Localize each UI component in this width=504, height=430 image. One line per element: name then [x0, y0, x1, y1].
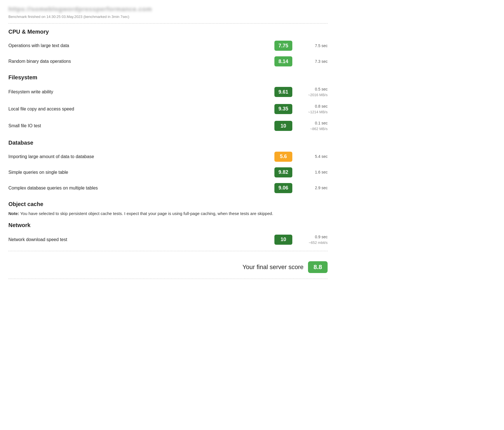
benchmark-label-filesystem-2: Small file IO test — [8, 123, 274, 128]
benchmark-row-network-0: Network download speed test100.9 sec~652… — [8, 231, 328, 248]
benchmark-row-filesystem-2: Small file IO test100.1 sec~862 MB/s — [8, 117, 328, 135]
time-main-cpu-memory-0: 7.5 sec — [297, 43, 328, 49]
final-score-label: Your final server score — [242, 263, 304, 271]
benchmark-row-database-1: Simple queries on single table9.821.6 se… — [8, 165, 328, 180]
benchmark-label-filesystem-0: Filesystem write ability — [8, 89, 274, 94]
benchmark-time-cpu-memory-0: 7.5 sec — [297, 43, 328, 49]
section-title-network: Network — [8, 222, 328, 228]
benchmark-row-filesystem-0: Filesystem write ability9.610.5 sec~2016… — [8, 84, 328, 101]
benchmark-row-cpu-memory-0: Operations with large text data7.757.5 s… — [8, 38, 328, 54]
benchmark-label-filesystem-1: Local file copy and access speed — [8, 107, 274, 112]
time-main-database-0: 5.4 sec — [297, 154, 328, 159]
final-score-row: Your final server score 8.8 — [8, 256, 328, 276]
score-badge-cpu-memory-1: 8.14 — [274, 56, 292, 66]
bottom-divider — [8, 251, 328, 251]
score-badge-filesystem-1: 9.35 — [274, 104, 292, 114]
time-main-filesystem-1: 0.8 sec — [297, 103, 328, 109]
score-badge-database-1: 9.82 — [274, 167, 292, 177]
time-sub-filesystem-2: ~862 MB/s — [297, 126, 328, 132]
site-url: https://someblogwordpressperformance.com — [8, 6, 328, 13]
benchmark-label-network-0: Network download speed test — [8, 237, 274, 242]
time-main-network-0: 0.9 sec — [297, 234, 328, 240]
time-main-database-2: 2.9 sec — [297, 185, 328, 191]
score-badge-database-0: 5.6 — [274, 152, 292, 162]
section-title-filesystem: Filesystem — [8, 74, 328, 81]
time-main-filesystem-0: 0.5 sec — [297, 86, 328, 92]
time-sub-filesystem-1: ~1214 MB/s — [297, 109, 328, 115]
benchmark-label-database-2: Complex database queries on multiple tab… — [8, 186, 274, 191]
benchmark-time-cpu-memory-1: 7.3 sec — [297, 59, 328, 64]
time-sub-network-0: ~652 mbit/s — [297, 240, 328, 246]
final-score-badge: 8.8 — [308, 261, 328, 273]
benchmark-time-filesystem-1: 0.8 sec~1214 MB/s — [297, 103, 328, 115]
footer-divider — [8, 279, 328, 279]
benchmark-time-database-2: 2.9 sec — [297, 185, 328, 191]
benchmark-label-cpu-memory-1: Random binary data operations — [8, 59, 274, 64]
benchmark-label-database-0: Importing large amount of data to databa… — [8, 154, 274, 159]
time-main-database-1: 1.6 sec — [297, 169, 328, 175]
benchmark-meta: Benchmark finished on 14:30:25 03.May.20… — [8, 15, 328, 19]
section-title-object-cache: Object cache — [8, 201, 328, 207]
score-badge-filesystem-0: 9.61 — [274, 87, 292, 97]
benchmark-label-cpu-memory-0: Operations with large text data — [8, 43, 274, 48]
score-badge-database-2: 9.06 — [274, 183, 292, 193]
benchmark-time-filesystem-0: 0.5 sec~2016 MB/s — [297, 86, 328, 98]
benchmark-time-database-0: 5.4 sec — [297, 154, 328, 159]
benchmark-time-network-0: 0.9 sec~652 mbit/s — [297, 234, 328, 246]
benchmark-time-filesystem-2: 0.1 sec~862 MB/s — [297, 120, 328, 132]
score-badge-filesystem-2: 10 — [274, 121, 292, 131]
time-sub-filesystem-0: ~2016 MB/s — [297, 92, 328, 98]
score-badge-network-0: 10 — [274, 235, 292, 245]
benchmark-row-cpu-memory-1: Random binary data operations8.147.3 sec — [8, 54, 328, 69]
time-main-cpu-memory-1: 7.3 sec — [297, 59, 328, 64]
benchmark-row-filesystem-1: Local file copy and access speed9.350.8 … — [8, 101, 328, 118]
object-cache-note: Note: You have selected to skip persiste… — [8, 210, 328, 217]
benchmark-row-database-2: Complex database queries on multiple tab… — [8, 180, 328, 196]
top-divider — [8, 23, 328, 24]
section-title-cpu-memory: CPU & Memory — [8, 29, 328, 35]
score-badge-cpu-memory-0: 7.75 — [274, 41, 292, 51]
benchmark-label-database-1: Simple queries on single table — [8, 170, 274, 175]
benchmark-row-database-0: Importing large amount of data to databa… — [8, 149, 328, 165]
time-main-filesystem-2: 0.1 sec — [297, 120, 328, 126]
benchmark-time-database-1: 1.6 sec — [297, 169, 328, 175]
section-title-database: Database — [8, 140, 328, 146]
